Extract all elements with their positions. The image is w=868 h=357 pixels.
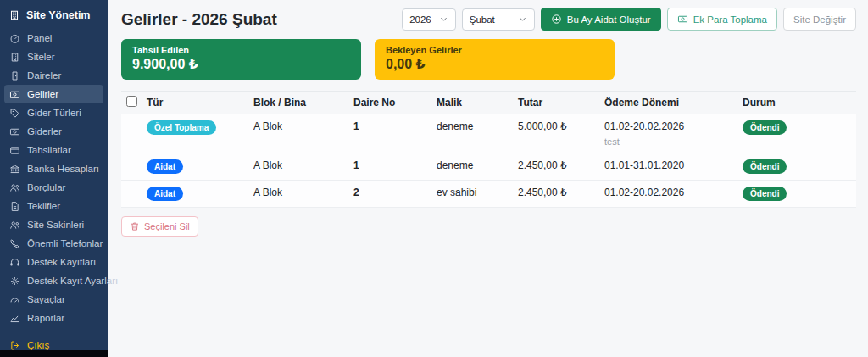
delete-selected-button[interactable]: Seçileni Sil — [121, 216, 198, 237]
collected-card: Tahsil Edilen 9.900,00 ₺ — [121, 39, 361, 80]
gear-icon — [9, 276, 20, 287]
people-icon — [9, 220, 20, 231]
sidebar-item-daireler[interactable]: Daireler — [4, 66, 103, 85]
period-text: 01.01-31.01.2020 — [604, 159, 736, 171]
amount-cell: 2.450,00 ₺ — [515, 153, 601, 181]
sidebar-item-destek-kayit-ayarlari[interactable]: Destek Kayıt Ayarları — [4, 271, 103, 290]
type-badge: Özel Toplama — [147, 120, 216, 135]
period-note: test — [604, 137, 736, 147]
pending-card: Bekleyen Gelirler 0,00 ₺ — [375, 39, 615, 80]
owner-cell: ev sahibi — [433, 181, 515, 208]
status-badge: Ödendi — [743, 159, 787, 174]
period-text: 01.02-20.02.2026 — [604, 120, 736, 132]
wallet-icon — [9, 145, 20, 156]
chart-icon — [9, 313, 20, 324]
block-cell: A Blok — [250, 114, 350, 153]
sidebar-item-banka-hesaplari[interactable]: Banka Hesapları — [4, 159, 103, 178]
sidebar-item-sayaclar[interactable]: Sayaçlar — [4, 290, 103, 309]
pending-card-label: Bekleyen Gelirler — [386, 45, 604, 55]
column-header-period: Ödeme Dönemi — [601, 92, 739, 114]
column-header-type: Tür — [143, 92, 250, 114]
block-cell: A Blok — [250, 153, 350, 181]
period-cell: 01.01-31.01.2020 — [601, 153, 739, 181]
app-brand[interactable]: Site Yönetim — [0, 0, 108, 29]
period-cell: 01.02-20.02.2026 — [601, 181, 739, 208]
month-select[interactable]: Şubat — [462, 8, 535, 31]
cash-icon — [9, 126, 20, 137]
create-dues-label: Bu Ay Aidat Oluştur — [567, 14, 651, 25]
table-row: AidatA Blok2ev sahibi2.450,00 ₺01.02-20.… — [121, 181, 856, 208]
column-header-status: Durum — [739, 92, 856, 114]
amount-cell: 5.000,00 ₺ — [515, 114, 601, 153]
month-select-value: Şubat — [470, 14, 495, 25]
column-header-block: Blok / Bina — [250, 92, 350, 114]
extra-collection-button[interactable]: Ek Para Toplama — [667, 8, 777, 31]
sidebar: Site Yönetim PanelSitelerDairelerGelirle… — [0, 0, 108, 357]
sidebar-item-site-sakinleri[interactable]: Site Sakinleri — [4, 215, 103, 234]
tag-icon — [9, 108, 20, 119]
plus-circle-icon — [551, 14, 562, 25]
sidebar-item-giderler[interactable]: Giderler — [4, 122, 103, 141]
table-row: AidatA Blok1deneme2.450,00 ₺01.01-31.01.… — [121, 153, 856, 181]
column-header-unit: Daire No — [350, 92, 433, 114]
delete-selected-label: Seçileni Sil — [144, 221, 190, 231]
unit-cell: 2 — [350, 181, 433, 208]
speedometer-icon — [9, 33, 20, 44]
column-header-owner: Malik — [433, 92, 515, 114]
pending-card-value: 0,00 ₺ — [386, 56, 604, 72]
table-row: Özel ToplamaA Blok1deneme5.000,00 ₺01.02… — [121, 114, 856, 153]
chevron-down-icon — [439, 14, 448, 24]
type-badge: Aidat — [147, 187, 183, 201]
year-select[interactable]: 2026 — [402, 8, 456, 31]
door-icon — [9, 70, 20, 81]
collected-card-value: 9.900,00 ₺ — [132, 56, 350, 72]
page-header: Gelirler - 2026 Şubat 2026 Şubat Bu Ay A… — [121, 8, 856, 31]
create-dues-button[interactable]: Bu Ay Aidat Oluştur — [541, 8, 661, 31]
logout-icon — [9, 340, 20, 351]
building-icon — [8, 9, 20, 21]
sidebar-item-tahsilatlar[interactable]: Tahsilatlar — [4, 141, 103, 159]
header-controls: 2026 Şubat Bu Ay Aidat Oluştur Ek Para T… — [402, 8, 856, 31]
meter-icon — [9, 294, 20, 305]
change-site-button[interactable]: Site Değiştir — [783, 8, 856, 31]
headset-icon — [9, 257, 20, 268]
sidebar-item-borclular[interactable]: Borçlular — [4, 178, 103, 197]
cash-icon — [677, 14, 688, 25]
sidebar-item-onemli-telefonlar[interactable]: Önemli Telefonlar — [4, 234, 103, 253]
summary-cards: Tahsil Edilen 9.900,00 ₺ Bekleyen Gelirl… — [121, 39, 856, 80]
chevron-down-icon — [518, 14, 527, 24]
app-brand-label: Site Yönetim — [26, 9, 90, 21]
sidebar-item-destek-kayitlari[interactable]: Destek Kayıtları — [4, 253, 103, 271]
change-site-label: Site Değiştir — [793, 14, 846, 25]
sidebar-item-raporlar[interactable]: Raporlar — [4, 309, 103, 327]
period-text: 01.02-20.02.2026 — [604, 187, 736, 198]
phone-icon — [9, 238, 20, 249]
status-badge: Ödendi — [743, 120, 787, 135]
income-table: Tür Blok / Bina Daire No Malik Tutar Öde… — [121, 91, 856, 237]
owner-cell: deneme — [433, 153, 515, 181]
cash-icon — [9, 89, 20, 100]
sidebar-item-gider-turleri[interactable]: Gider Türleri — [4, 103, 103, 122]
sidebar-item-panel[interactable]: Panel — [4, 29, 103, 47]
extra-collection-label: Ek Para Toplama — [693, 14, 767, 25]
sidebar-nav: PanelSitelerDairelerGelirlerGider Türler… — [0, 29, 108, 354]
main-content: Gelirler - 2026 Şubat 2026 Şubat Bu Ay A… — [108, 0, 868, 357]
unit-cell: 1 — [350, 114, 433, 153]
people-icon — [9, 182, 20, 193]
file-icon — [9, 201, 20, 212]
collected-card-label: Tahsil Edilen — [132, 45, 350, 55]
year-select-value: 2026 — [409, 14, 431, 25]
sidebar-item-teklifler[interactable]: Teklifler — [4, 197, 103, 215]
page-title: Gelirler - 2026 Şubat — [121, 10, 277, 29]
table-header-row: Tür Blok / Bina Daire No Malik Tutar Öde… — [121, 92, 856, 114]
status-badge: Ödendi — [743, 187, 787, 201]
unit-cell: 1 — [350, 153, 433, 181]
amount-cell: 2.450,00 ₺ — [515, 181, 601, 208]
sidebar-item-siteler[interactable]: Siteler — [4, 47, 103, 66]
sidebar-item-gelirler[interactable]: Gelirler — [4, 85, 103, 103]
select-all-checkbox[interactable] — [126, 96, 137, 107]
type-badge: Aidat — [147, 159, 183, 174]
trash-icon — [130, 221, 140, 231]
block-cell: A Blok — [250, 181, 350, 208]
period-cell: 01.02-20.02.2026test — [601, 114, 739, 153]
